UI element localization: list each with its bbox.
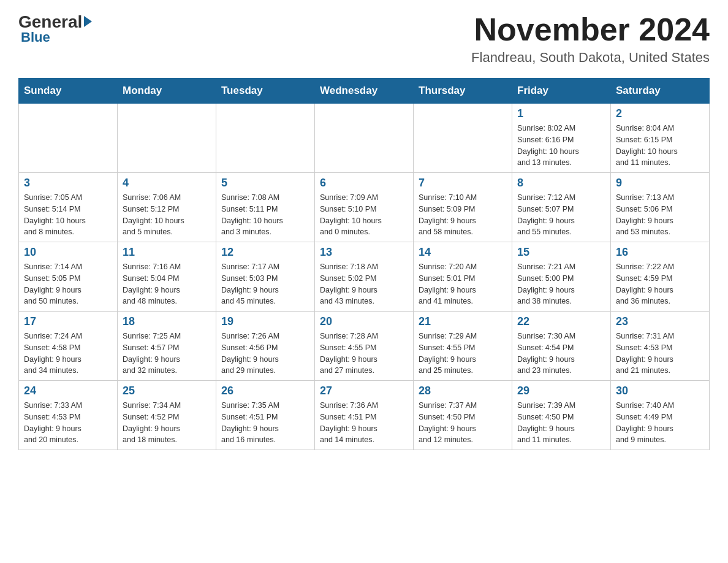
- title-area: November 2024 Flandreau, South Dakota, U…: [471, 12, 710, 66]
- day-info: Sunrise: 7:33 AM Sunset: 4:53 PM Dayligh…: [24, 400, 112, 446]
- day-info: Sunrise: 7:36 AM Sunset: 4:51 PM Dayligh…: [320, 400, 408, 446]
- day-number: 6: [320, 177, 408, 190]
- day-info: Sunrise: 8:02 AM Sunset: 6:16 PM Dayligh…: [517, 123, 605, 169]
- day-number: 7: [419, 177, 507, 190]
- calendar-cell: [216, 104, 315, 173]
- day-number: 18: [123, 315, 211, 328]
- day-number: 20: [320, 315, 408, 328]
- day-info: Sunrise: 7:18 AM Sunset: 5:02 PM Dayligh…: [320, 261, 408, 307]
- day-number: 19: [221, 315, 309, 328]
- calendar-week-row-1: 1Sunrise: 8:02 AM Sunset: 6:16 PM Daylig…: [19, 104, 710, 173]
- calendar-cell: 9Sunrise: 7:13 AM Sunset: 5:06 PM Daylig…: [611, 173, 710, 242]
- day-info: Sunrise: 7:28 AM Sunset: 4:55 PM Dayligh…: [320, 331, 408, 377]
- calendar-week-row-2: 3Sunrise: 7:05 AM Sunset: 5:14 PM Daylig…: [19, 173, 710, 242]
- day-info: Sunrise: 7:35 AM Sunset: 4:51 PM Dayligh…: [221, 400, 309, 446]
- day-info: Sunrise: 7:21 AM Sunset: 5:00 PM Dayligh…: [517, 261, 605, 307]
- calendar-cell: [19, 104, 118, 173]
- calendar-cell: 5Sunrise: 7:08 AM Sunset: 5:11 PM Daylig…: [216, 173, 315, 242]
- calendar-cell: 28Sunrise: 7:37 AM Sunset: 4:50 PM Dayli…: [414, 381, 512, 450]
- day-number: 14: [419, 246, 507, 259]
- day-info: Sunrise: 7:14 AM Sunset: 5:05 PM Dayligh…: [24, 261, 112, 307]
- day-info: Sunrise: 7:29 AM Sunset: 4:55 PM Dayligh…: [419, 331, 507, 377]
- day-number: 3: [24, 177, 112, 190]
- calendar-week-row-3: 10Sunrise: 7:14 AM Sunset: 5:05 PM Dayli…: [19, 242, 710, 312]
- calendar-cell: 1Sunrise: 8:02 AM Sunset: 6:16 PM Daylig…: [512, 104, 611, 173]
- day-info: Sunrise: 7:30 AM Sunset: 4:54 PM Dayligh…: [517, 331, 605, 377]
- calendar-header-tuesday: Tuesday: [216, 79, 315, 104]
- calendar-header-friday: Friday: [512, 79, 611, 104]
- day-info: Sunrise: 7:26 AM Sunset: 4:56 PM Dayligh…: [221, 331, 309, 377]
- day-number: 15: [517, 246, 605, 259]
- logo-arrow-icon: [84, 16, 92, 27]
- page-header: General Blue November 2024 Flandreau, So…: [18, 12, 710, 66]
- calendar-cell: 27Sunrise: 7:36 AM Sunset: 4:51 PM Dayli…: [315, 381, 414, 450]
- day-number: 21: [419, 315, 507, 328]
- location-subtitle: Flandreau, South Dakota, United States: [471, 50, 710, 66]
- day-number: 28: [419, 385, 507, 397]
- day-number: 29: [517, 385, 605, 397]
- calendar-cell: 25Sunrise: 7:34 AM Sunset: 4:52 PM Dayli…: [118, 381, 216, 450]
- calendar-header-saturday: Saturday: [611, 79, 710, 104]
- calendar-table: SundayMondayTuesdayWednesdayThursdayFrid…: [18, 78, 710, 450]
- calendar-cell: 13Sunrise: 7:18 AM Sunset: 5:02 PM Dayli…: [315, 242, 414, 312]
- calendar-cell: 19Sunrise: 7:26 AM Sunset: 4:56 PM Dayli…: [216, 312, 315, 381]
- day-info: Sunrise: 8:04 AM Sunset: 6:15 PM Dayligh…: [616, 123, 704, 169]
- calendar-cell: 24Sunrise: 7:33 AM Sunset: 4:53 PM Dayli…: [19, 381, 118, 450]
- calendar-cell: 17Sunrise: 7:24 AM Sunset: 4:58 PM Dayli…: [19, 312, 118, 381]
- day-info: Sunrise: 7:12 AM Sunset: 5:07 PM Dayligh…: [517, 192, 605, 238]
- day-number: 2: [616, 107, 704, 120]
- logo-blue-text: Blue: [21, 29, 50, 45]
- calendar-cell: 3Sunrise: 7:05 AM Sunset: 5:14 PM Daylig…: [19, 173, 118, 242]
- calendar-cell: 18Sunrise: 7:25 AM Sunset: 4:57 PM Dayli…: [118, 312, 216, 381]
- calendar-header-sunday: Sunday: [19, 79, 118, 104]
- day-info: Sunrise: 7:06 AM Sunset: 5:12 PM Dayligh…: [123, 192, 211, 238]
- calendar-cell: 20Sunrise: 7:28 AM Sunset: 4:55 PM Dayli…: [315, 312, 414, 381]
- day-info: Sunrise: 7:17 AM Sunset: 5:03 PM Dayligh…: [221, 261, 309, 307]
- day-info: Sunrise: 7:20 AM Sunset: 5:01 PM Dayligh…: [419, 261, 507, 307]
- logo: General Blue: [18, 12, 93, 45]
- calendar-cell: 4Sunrise: 7:06 AM Sunset: 5:12 PM Daylig…: [118, 173, 216, 242]
- calendar-cell: [315, 104, 414, 173]
- day-number: 12: [221, 246, 309, 259]
- day-info: Sunrise: 7:09 AM Sunset: 5:10 PM Dayligh…: [320, 192, 408, 238]
- calendar-cell: 12Sunrise: 7:17 AM Sunset: 5:03 PM Dayli…: [216, 242, 315, 312]
- day-info: Sunrise: 7:13 AM Sunset: 5:06 PM Dayligh…: [616, 192, 704, 238]
- day-number: 5: [221, 177, 309, 190]
- calendar-cell: [118, 104, 216, 173]
- calendar-header-wednesday: Wednesday: [315, 79, 414, 104]
- calendar-cell: 14Sunrise: 7:20 AM Sunset: 5:01 PM Dayli…: [414, 242, 512, 312]
- day-info: Sunrise: 7:10 AM Sunset: 5:09 PM Dayligh…: [419, 192, 507, 238]
- calendar-header-thursday: Thursday: [414, 79, 512, 104]
- day-info: Sunrise: 7:24 AM Sunset: 4:58 PM Dayligh…: [24, 331, 112, 377]
- day-number: 4: [123, 177, 211, 190]
- calendar-cell: 26Sunrise: 7:35 AM Sunset: 4:51 PM Dayli…: [216, 381, 315, 450]
- calendar-cell: 21Sunrise: 7:29 AM Sunset: 4:55 PM Dayli…: [414, 312, 512, 381]
- day-number: 30: [616, 385, 704, 397]
- day-number: 17: [24, 315, 112, 328]
- day-info: Sunrise: 7:37 AM Sunset: 4:50 PM Dayligh…: [419, 400, 507, 446]
- calendar-cell: 10Sunrise: 7:14 AM Sunset: 5:05 PM Dayli…: [19, 242, 118, 312]
- day-info: Sunrise: 7:08 AM Sunset: 5:11 PM Dayligh…: [221, 192, 309, 238]
- calendar-header-row: SundayMondayTuesdayWednesdayThursdayFrid…: [19, 79, 710, 104]
- day-number: 10: [24, 246, 112, 259]
- day-number: 11: [123, 246, 211, 259]
- calendar-cell: 23Sunrise: 7:31 AM Sunset: 4:53 PM Dayli…: [611, 312, 710, 381]
- day-number: 8: [517, 177, 605, 190]
- day-number: 23: [616, 315, 704, 328]
- day-info: Sunrise: 7:25 AM Sunset: 4:57 PM Dayligh…: [123, 331, 211, 377]
- calendar-cell: 22Sunrise: 7:30 AM Sunset: 4:54 PM Dayli…: [512, 312, 611, 381]
- day-number: 9: [616, 177, 704, 190]
- day-number: 13: [320, 246, 408, 259]
- month-year-title: November 2024: [471, 12, 710, 47]
- day-info: Sunrise: 7:31 AM Sunset: 4:53 PM Dayligh…: [616, 331, 704, 377]
- day-info: Sunrise: 7:22 AM Sunset: 4:59 PM Dayligh…: [616, 261, 704, 307]
- calendar-cell: 6Sunrise: 7:09 AM Sunset: 5:10 PM Daylig…: [315, 173, 414, 242]
- calendar-cell: 16Sunrise: 7:22 AM Sunset: 4:59 PM Dayli…: [611, 242, 710, 312]
- day-number: 1: [517, 107, 605, 120]
- calendar-cell: 8Sunrise: 7:12 AM Sunset: 5:07 PM Daylig…: [512, 173, 611, 242]
- calendar-week-row-5: 24Sunrise: 7:33 AM Sunset: 4:53 PM Dayli…: [19, 381, 710, 450]
- calendar-week-row-4: 17Sunrise: 7:24 AM Sunset: 4:58 PM Dayli…: [19, 312, 710, 381]
- day-number: 26: [221, 385, 309, 397]
- day-info: Sunrise: 7:34 AM Sunset: 4:52 PM Dayligh…: [123, 400, 211, 446]
- day-number: 22: [517, 315, 605, 328]
